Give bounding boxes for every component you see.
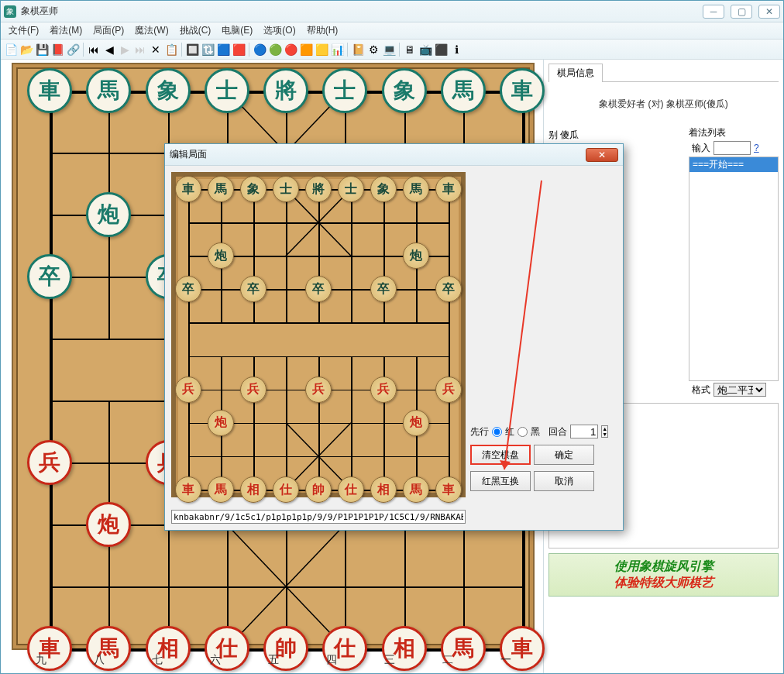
piece-卒[interactable]: 卒 <box>27 254 72 299</box>
dlg-piece-兵[interactable]: 兵 <box>370 377 397 403</box>
piece-炮[interactable]: 炮 <box>86 502 131 547</box>
paste-icon[interactable]: 📋 <box>164 43 178 57</box>
menu-position[interactable]: 局面(P) <box>88 22 129 39</box>
dlg-piece-仕[interactable]: 仕 <box>338 476 364 503</box>
flip-icon[interactable]: 🔃 <box>201 43 215 57</box>
piece-士[interactable]: 士 <box>205 68 249 113</box>
weibo-icon[interactable]: 🟧 <box>299 43 313 57</box>
dlg-piece-馬[interactable]: 馬 <box>208 476 234 503</box>
dlg-piece-炮[interactable]: 炮 <box>208 410 234 436</box>
about-icon[interactable]: ℹ <box>449 43 463 57</box>
tool2-icon[interactable]: 📺 <box>418 43 432 57</box>
dlg-piece-兵[interactable]: 兵 <box>240 377 266 403</box>
tool3-icon[interactable]: ⬛ <box>434 43 448 57</box>
tool1-icon[interactable]: 🖥 <box>403 43 417 57</box>
delete-icon[interactable]: ✕ <box>149 43 163 57</box>
radio-black[interactable] <box>518 427 528 437</box>
help-link[interactable]: ? <box>754 143 759 153</box>
move-start[interactable]: ===开始=== <box>689 157 778 172</box>
dlg-piece-馬[interactable]: 馬 <box>208 176 234 202</box>
piece-將[interactable]: 將 <box>263 68 308 113</box>
dlg-piece-炮[interactable]: 炮 <box>403 410 429 436</box>
banner[interactable]: 使用象棋旋风引擎 体验特级大师棋艺 <box>548 553 779 597</box>
piece-象[interactable]: 象 <box>146 68 191 113</box>
cancel-button[interactable]: 取消 <box>534 471 594 491</box>
piece-馬[interactable]: 馬 <box>86 68 131 113</box>
new-icon[interactable]: 📄 <box>4 43 18 57</box>
menu-computer[interactable]: 电脑(E) <box>217 22 257 39</box>
tab-game-info[interactable]: 棋局信息 <box>548 64 603 82</box>
ok-button[interactable]: 确定 <box>534 445 594 465</box>
piece-士[interactable]: 士 <box>322 68 367 113</box>
edit-icon[interactable]: 🔲 <box>185 43 199 57</box>
dlg-piece-相[interactable]: 相 <box>240 476 266 503</box>
grid2-icon[interactable]: 🟥 <box>232 43 246 57</box>
dlg-piece-馬[interactable]: 馬 <box>403 176 429 202</box>
dlg-piece-炮[interactable]: 炮 <box>208 242 234 269</box>
dlg-piece-相[interactable]: 相 <box>370 476 397 503</box>
fen-input[interactable] <box>171 510 466 524</box>
dlg-piece-帥[interactable]: 帥 <box>305 476 332 503</box>
dlg-piece-兵[interactable]: 兵 <box>435 377 462 403</box>
dlg-piece-士[interactable]: 士 <box>273 176 299 202</box>
clear-board-button[interactable]: 清空棋盘 <box>470 445 531 465</box>
db-icon[interactable]: 📊 <box>330 43 344 57</box>
dlg-piece-卒[interactable]: 卒 <box>435 276 462 302</box>
dlg-piece-兵[interactable]: 兵 <box>305 377 332 403</box>
piece-馬[interactable]: 馬 <box>441 68 486 113</box>
format-select[interactable]: 炮二平五 <box>714 383 766 397</box>
piece-炮[interactable]: 炮 <box>86 192 131 237</box>
connect-icon[interactable]: 🔗 <box>66 43 80 57</box>
dialog-board[interactable]: 車車馬馬象象士士將炮炮卒卒卒卒卒兵兵兵兵兵炮炮車車馬馬相相仕仕帥 <box>171 172 466 497</box>
first-icon[interactable]: ⏮ <box>87 43 101 57</box>
round-up[interactable]: ▲ <box>602 426 607 432</box>
dlg-piece-象[interactable]: 象 <box>370 176 397 202</box>
piece-車[interactable]: 車 <box>27 68 72 113</box>
radio-red[interactable] <box>492 427 502 437</box>
next-icon[interactable]: ▶ <box>118 43 132 57</box>
dlg-piece-士[interactable]: 士 <box>338 176 364 202</box>
piece-兵[interactable]: 兵 <box>27 440 72 485</box>
notebook-icon[interactable]: 📔 <box>351 43 365 57</box>
close-button[interactable]: ✕ <box>758 5 780 19</box>
menu-help[interactable]: 帮助(H) <box>302 22 343 39</box>
dlg-piece-將[interactable]: 將 <box>305 176 332 202</box>
dlg-piece-車[interactable]: 車 <box>435 476 462 503</box>
menu-options[interactable]: 选项(O) <box>259 22 300 39</box>
gear-icon[interactable]: ⚙ <box>366 43 380 57</box>
piece-象[interactable]: 象 <box>382 68 427 113</box>
dlg-piece-馬[interactable]: 馬 <box>403 476 429 503</box>
play-icon[interactable]: 🟢 <box>268 43 282 57</box>
dlg-piece-兵[interactable]: 兵 <box>175 377 201 403</box>
dlg-piece-車[interactable]: 車 <box>435 176 462 202</box>
dlg-piece-仕[interactable]: 仕 <box>273 476 299 503</box>
menu-magic[interactable]: 魔法(W) <box>130 22 173 39</box>
hint-icon[interactable]: 🔴 <box>284 43 297 57</box>
round-input[interactable] <box>570 425 598 438</box>
grid-icon[interactable]: 🟦 <box>216 43 230 57</box>
move-list[interactable]: ===开始=== <box>689 156 779 381</box>
open-icon[interactable]: 📂 <box>19 43 33 57</box>
piece-車[interactable]: 車 <box>500 68 545 113</box>
save-icon[interactable]: 💾 <box>35 43 49 57</box>
dlg-piece-車[interactable]: 車 <box>175 476 201 503</box>
share-icon[interactable]: 🟨 <box>315 43 328 57</box>
menu-file[interactable]: 文件(F) <box>4 22 43 39</box>
round-down[interactable]: ▼ <box>602 432 607 437</box>
minimize-button[interactable]: ─ <box>703 5 724 19</box>
analyze-icon[interactable]: 🔵 <box>253 43 266 57</box>
dlg-piece-車[interactable]: 車 <box>175 176 201 202</box>
maximize-button[interactable]: ▢ <box>731 5 752 19</box>
move-input[interactable] <box>714 141 751 155</box>
dlg-piece-炮[interactable]: 炮 <box>403 242 429 269</box>
menu-moves[interactable]: 着法(M) <box>45 22 87 39</box>
swap-colors-button[interactable]: 红黑互换 <box>470 471 531 491</box>
dialog-close-button[interactable]: ✕ <box>586 148 618 162</box>
book-icon[interactable]: 📕 <box>50 43 64 57</box>
prev-icon[interactable]: ◀ <box>102 43 116 57</box>
side-label: 先行 <box>470 425 489 438</box>
pc-icon[interactable]: 💻 <box>382 43 396 57</box>
menu-challenge[interactable]: 挑战(C) <box>175 22 216 39</box>
last-icon[interactable]: ⏭ <box>133 43 147 57</box>
dlg-piece-象[interactable]: 象 <box>240 176 266 202</box>
